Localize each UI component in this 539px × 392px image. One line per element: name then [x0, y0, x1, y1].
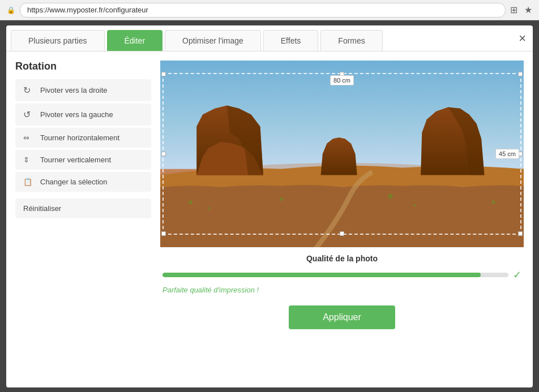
- rotate-left-icon: ↺: [23, 109, 35, 120]
- svg-point-6: [388, 193, 393, 199]
- browser-bar: 🔒 https://www.myposter.fr/configurateur …: [0, 0, 539, 20]
- lock-icon: 🔒: [7, 6, 15, 14]
- change-selection-icon: 📋: [23, 178, 35, 186]
- svg-point-8: [491, 200, 495, 204]
- quality-title: Qualité de la photo: [162, 254, 521, 263]
- flip-h-label: Tourner horizontalement: [40, 133, 119, 142]
- change-selection-button[interactable]: 📋 Changer la sélection: [15, 172, 151, 192]
- close-button[interactable]: ×: [519, 32, 526, 45]
- bookmark-icon[interactable]: ★: [524, 5, 532, 15]
- quality-section: Qualité de la photo ✓ Parfaite qualité d…: [160, 254, 524, 294]
- left-panel: Rotation ↻ Pivoter vers la droite ↺ Pivo…: [15, 61, 151, 378]
- rotate-right-button[interactable]: ↻ Pivoter vers la droite: [15, 79, 151, 101]
- tab-editer[interactable]: Éditer: [107, 30, 163, 51]
- flip-vertical-button[interactable]: ⇕ Tourner verticalement: [15, 150, 151, 170]
- tabs-icon[interactable]: ⊞: [510, 5, 517, 15]
- tab-bar: Plusieurs parties Éditer Optimiser l'ima…: [6, 25, 533, 51]
- flip-horizontal-button[interactable]: ⇔ Tourner horizontalement: [15, 128, 151, 148]
- apply-button-row: Appliquer: [160, 305, 524, 329]
- modal: × Plusieurs parties Éditer Optimiser l'i…: [6, 25, 533, 387]
- quality-bar-row: ✓: [162, 269, 521, 281]
- quality-bar-background: [162, 273, 508, 277]
- url-text: https://www.myposter.fr/configurateur: [27, 6, 148, 14]
- quality-check-icon: ✓: [513, 269, 521, 281]
- rotate-left-button[interactable]: ↺ Pivoter vers la gauche: [15, 104, 151, 126]
- rotate-right-icon: ↻: [23, 85, 35, 96]
- desert-image: [160, 61, 524, 247]
- modal-content: Rotation ↻ Pivoter vers la droite ↺ Pivo…: [6, 51, 533, 387]
- svg-point-3: [189, 200, 192, 204]
- rotation-title: Rotation: [15, 61, 151, 72]
- right-panel: 80 cm 45 cm Qualité de la photo ✓ Parfai…: [160, 61, 524, 378]
- tab-effets[interactable]: Effets: [263, 30, 319, 51]
- svg-point-7: [413, 204, 416, 206]
- reset-button[interactable]: Réinitialiser: [15, 199, 151, 218]
- rotate-left-label: Pivoter vers la gauche: [40, 110, 113, 119]
- quality-message: Parfaite qualité d'impression !: [162, 286, 521, 294]
- flip-v-icon: ⇕: [23, 156, 35, 164]
- image-container: 80 cm 45 cm: [160, 61, 524, 247]
- tab-formes[interactable]: Formes: [320, 30, 382, 51]
- svg-point-4: [207, 207, 209, 209]
- change-selection-label: Changer la sélection: [40, 178, 108, 186]
- svg-point-5: [280, 197, 283, 201]
- url-bar[interactable]: https://www.myposter.fr/configurateur: [20, 3, 506, 18]
- apply-button[interactable]: Appliquer: [289, 305, 395, 329]
- tab-plusieurs-parties[interactable]: Plusieurs parties: [11, 30, 105, 51]
- tab-optimiser[interactable]: Optimiser l'image: [165, 30, 261, 51]
- modal-overlay: × Plusieurs parties Éditer Optimiser l'i…: [0, 20, 539, 392]
- flip-h-icon: ⇔: [23, 133, 35, 142]
- browser-icons: ⊞ ★: [510, 5, 532, 15]
- flip-v-label: Tourner verticalement: [40, 156, 111, 164]
- rotate-right-label: Pivoter vers la droite: [40, 86, 108, 94]
- quality-bar-fill: [162, 273, 481, 277]
